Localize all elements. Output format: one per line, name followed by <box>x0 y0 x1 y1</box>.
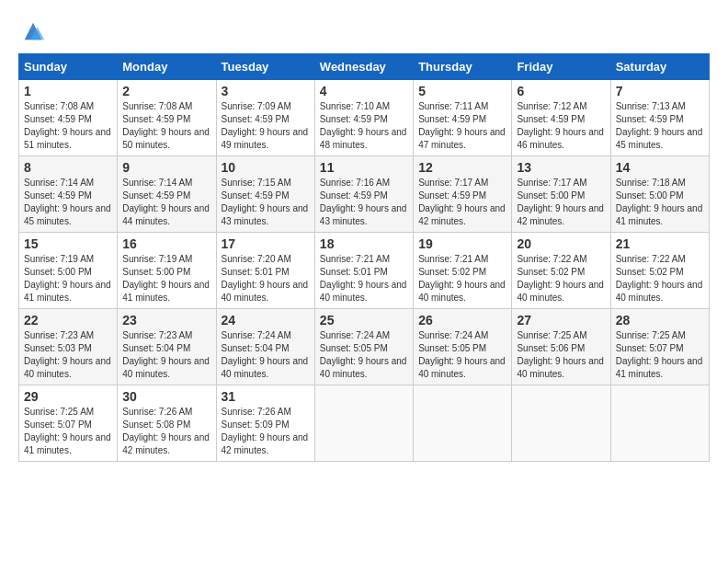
day-number: 13 <box>517 160 605 175</box>
calendar-week-row: 1 Sunrise: 7:08 AM Sunset: 4:59 PM Dayli… <box>19 80 710 156</box>
day-of-week-header: Sunday <box>19 54 118 80</box>
day-of-week-header: Thursday <box>414 54 512 80</box>
day-info: Sunrise: 7:19 AM Sunset: 5:00 PM Dayligh… <box>122 253 210 304</box>
day-info: Sunrise: 7:19 AM Sunset: 5:00 PM Dayligh… <box>24 253 112 304</box>
calendar-week-row: 8 Sunrise: 7:14 AM Sunset: 4:59 PM Dayli… <box>19 156 710 233</box>
calendar-cell: 19 Sunrise: 7:21 AM Sunset: 5:02 PM Dayl… <box>414 233 512 309</box>
day-number: 25 <box>320 313 408 327</box>
calendar-cell: 20 Sunrise: 7:22 AM Sunset: 5:02 PM Dayl… <box>512 233 610 309</box>
calendar-cell: 5 Sunrise: 7:11 AM Sunset: 4:59 PM Dayli… <box>414 80 512 156</box>
day-number: 2 <box>122 84 210 98</box>
calendar-cell: 16 Sunrise: 7:19 AM Sunset: 5:00 PM Dayl… <box>118 233 216 309</box>
day-info: Sunrise: 7:18 AM Sunset: 5:00 PM Dayligh… <box>616 177 704 228</box>
day-info: Sunrise: 7:26 AM Sunset: 5:09 PM Dayligh… <box>222 406 310 457</box>
calendar-cell: 13 Sunrise: 7:17 AM Sunset: 5:00 PM Dayl… <box>512 156 610 233</box>
day-info: Sunrise: 7:26 AM Sunset: 5:08 PM Dayligh… <box>122 406 210 457</box>
calendar-cell: 30 Sunrise: 7:26 AM Sunset: 5:08 PM Dayl… <box>118 385 216 462</box>
day-info: Sunrise: 7:08 AM Sunset: 4:59 PM Dayligh… <box>122 100 210 152</box>
day-info: Sunrise: 7:16 AM Sunset: 4:59 PM Dayligh… <box>320 177 408 228</box>
calendar-cell <box>610 385 709 462</box>
day-number: 14 <box>616 160 704 175</box>
day-of-week-header: Monday <box>118 54 216 80</box>
calendar-week-row: 22 Sunrise: 7:23 AM Sunset: 5:03 PM Dayl… <box>19 309 710 385</box>
day-number: 4 <box>320 84 408 98</box>
calendar-cell: 3 Sunrise: 7:09 AM Sunset: 4:59 PM Dayli… <box>216 80 314 156</box>
calendar-cell: 14 Sunrise: 7:18 AM Sunset: 5:00 PM Dayl… <box>610 156 709 233</box>
day-info: Sunrise: 7:22 AM Sunset: 5:02 PM Dayligh… <box>616 253 704 304</box>
calendar-cell: 28 Sunrise: 7:25 AM Sunset: 5:07 PM Dayl… <box>610 309 709 385</box>
day-info: Sunrise: 7:11 AM Sunset: 4:59 PM Dayligh… <box>418 100 506 152</box>
days-of-week-row: SundayMondayTuesdayWednesdayThursdayFrid… <box>19 54 710 80</box>
calendar-cell <box>512 385 610 462</box>
day-of-week-header: Friday <box>512 54 610 80</box>
calendar-cell: 9 Sunrise: 7:14 AM Sunset: 4:59 PM Dayli… <box>118 156 216 233</box>
calendar-body: 1 Sunrise: 7:08 AM Sunset: 4:59 PM Dayli… <box>19 80 710 462</box>
day-info: Sunrise: 7:13 AM Sunset: 4:59 PM Dayligh… <box>616 100 704 152</box>
day-info: Sunrise: 7:24 AM Sunset: 5:05 PM Dayligh… <box>320 329 408 381</box>
calendar-cell: 4 Sunrise: 7:10 AM Sunset: 4:59 PM Dayli… <box>314 80 413 156</box>
day-number: 29 <box>24 389 112 404</box>
calendar-cell <box>414 385 512 462</box>
day-info: Sunrise: 7:17 AM Sunset: 5:00 PM Dayligh… <box>517 177 605 228</box>
calendar-cell: 11 Sunrise: 7:16 AM Sunset: 4:59 PM Dayl… <box>314 156 413 233</box>
day-info: Sunrise: 7:14 AM Sunset: 4:59 PM Dayligh… <box>122 177 210 228</box>
day-number: 23 <box>122 313 210 327</box>
day-number: 27 <box>517 313 605 327</box>
calendar-cell: 17 Sunrise: 7:20 AM Sunset: 5:01 PM Dayl… <box>216 233 314 309</box>
day-number: 17 <box>222 236 310 251</box>
day-info: Sunrise: 7:23 AM Sunset: 5:04 PM Dayligh… <box>122 329 210 381</box>
day-info: Sunrise: 7:15 AM Sunset: 4:59 PM Dayligh… <box>222 177 310 228</box>
day-info: Sunrise: 7:22 AM Sunset: 5:02 PM Dayligh… <box>517 253 605 304</box>
day-number: 28 <box>616 313 704 327</box>
day-info: Sunrise: 7:10 AM Sunset: 4:59 PM Dayligh… <box>320 100 408 152</box>
calendar-cell: 27 Sunrise: 7:25 AM Sunset: 5:06 PM Dayl… <box>512 309 610 385</box>
day-number: 24 <box>222 313 310 327</box>
calendar-cell: 6 Sunrise: 7:12 AM Sunset: 4:59 PM Dayli… <box>512 80 610 156</box>
calendar-cell: 7 Sunrise: 7:13 AM Sunset: 4:59 PM Dayli… <box>610 80 709 156</box>
day-number: 15 <box>24 236 112 251</box>
calendar-cell: 2 Sunrise: 7:08 AM Sunset: 4:59 PM Dayli… <box>118 80 216 156</box>
day-number: 1 <box>24 84 112 98</box>
calendar-week-row: 29 Sunrise: 7:25 AM Sunset: 5:07 PM Dayl… <box>19 385 710 462</box>
day-number: 8 <box>24 160 112 175</box>
logo-icon <box>20 18 46 44</box>
calendar-cell: 25 Sunrise: 7:24 AM Sunset: 5:05 PM Dayl… <box>314 309 413 385</box>
day-info: Sunrise: 7:25 AM Sunset: 5:07 PM Dayligh… <box>24 406 112 457</box>
calendar-cell: 8 Sunrise: 7:14 AM Sunset: 4:59 PM Dayli… <box>19 156 118 233</box>
day-of-week-header: Saturday <box>610 54 709 80</box>
calendar-header: SundayMondayTuesdayWednesdayThursdayFrid… <box>19 54 710 80</box>
day-number: 18 <box>320 236 408 251</box>
calendar-cell: 22 Sunrise: 7:23 AM Sunset: 5:03 PM Dayl… <box>19 309 118 385</box>
day-number: 16 <box>122 236 210 251</box>
calendar-cell: 12 Sunrise: 7:17 AM Sunset: 4:59 PM Dayl… <box>414 156 512 233</box>
calendar-cell: 1 Sunrise: 7:08 AM Sunset: 4:59 PM Dayli… <box>19 80 118 156</box>
day-number: 5 <box>418 84 506 98</box>
day-number: 21 <box>616 236 704 251</box>
day-number: 30 <box>122 389 210 404</box>
calendar-cell: 18 Sunrise: 7:21 AM Sunset: 5:01 PM Dayl… <box>314 233 413 309</box>
calendar-cell: 15 Sunrise: 7:19 AM Sunset: 5:00 PM Dayl… <box>19 233 118 309</box>
day-number: 10 <box>222 160 310 175</box>
day-number: 11 <box>320 160 408 175</box>
calendar-cell: 26 Sunrise: 7:24 AM Sunset: 5:05 PM Dayl… <box>414 309 512 385</box>
day-info: Sunrise: 7:25 AM Sunset: 5:07 PM Dayligh… <box>616 329 704 381</box>
day-of-week-header: Tuesday <box>216 54 314 80</box>
day-number: 31 <box>222 389 310 404</box>
calendar-cell: 24 Sunrise: 7:24 AM Sunset: 5:04 PM Dayl… <box>216 309 314 385</box>
day-number: 20 <box>517 236 605 251</box>
day-of-week-header: Wednesday <box>314 54 413 80</box>
day-info: Sunrise: 7:08 AM Sunset: 4:59 PM Dayligh… <box>24 100 112 152</box>
day-number: 9 <box>122 160 210 175</box>
day-number: 26 <box>418 313 506 327</box>
day-info: Sunrise: 7:23 AM Sunset: 5:03 PM Dayligh… <box>24 329 112 381</box>
day-info: Sunrise: 7:21 AM Sunset: 5:01 PM Dayligh… <box>320 253 408 304</box>
day-info: Sunrise: 7:25 AM Sunset: 5:06 PM Dayligh… <box>517 329 605 381</box>
calendar-week-row: 15 Sunrise: 7:19 AM Sunset: 5:00 PM Dayl… <box>19 233 710 309</box>
day-info: Sunrise: 7:20 AM Sunset: 5:01 PM Dayligh… <box>222 253 310 304</box>
day-info: Sunrise: 7:09 AM Sunset: 4:59 PM Dayligh… <box>222 100 310 152</box>
day-number: 19 <box>418 236 506 251</box>
day-info: Sunrise: 7:24 AM Sunset: 5:04 PM Dayligh… <box>222 329 310 381</box>
day-info: Sunrise: 7:12 AM Sunset: 4:59 PM Dayligh… <box>517 100 605 152</box>
calendar-cell: 23 Sunrise: 7:23 AM Sunset: 5:04 PM Dayl… <box>118 309 216 385</box>
calendar-cell: 10 Sunrise: 7:15 AM Sunset: 4:59 PM Dayl… <box>216 156 314 233</box>
